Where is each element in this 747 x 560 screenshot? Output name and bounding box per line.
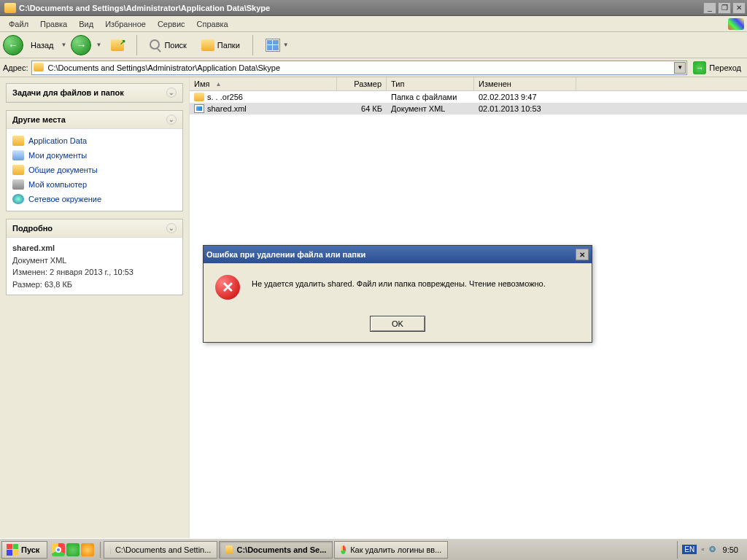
system-tray: EN « ❂ 9:50 [677, 541, 746, 559]
arrow-right-icon: → [76, 39, 86, 51]
separator [252, 35, 253, 55]
place-label: Мои документы [28, 151, 87, 160]
menu-tools[interactable]: Сервис [152, 18, 191, 30]
go-icon: → [693, 61, 706, 74]
separator [136, 35, 137, 55]
menu-edit[interactable]: Правка [34, 18, 73, 30]
col-modified[interactable]: Изменен [474, 77, 576, 90]
ok-button[interactable]: OK [370, 316, 425, 332]
error-icon: ✕ [215, 275, 240, 300]
chrome-icon [341, 545, 346, 554]
details-title: Подробно [12, 224, 53, 233]
places-panel: Другие места ⌄ Application DataМои докум… [6, 110, 183, 211]
details-type: Документ XML [12, 254, 177, 267]
dropdown-icon[interactable]: ▼ [96, 42, 101, 48]
language-indicator[interactable]: EN [682, 545, 697, 554]
col-size[interactable]: Размер [337, 77, 387, 90]
sidebar-place-item[interactable]: Мой компьютер [12, 177, 177, 192]
start-label: Пуск [21, 545, 39, 554]
sidebar-place-item[interactable]: Application Data [12, 133, 177, 148]
task-label: C:\Documents and Se... [237, 545, 327, 554]
folders-button[interactable]: Папки [196, 37, 245, 53]
details-modified: Изменен: 2 января 2013 г., 10:53 [12, 266, 177, 279]
address-input[interactable] [31, 61, 688, 75]
address-bar: Адрес: ▼ → Переход [0, 58, 747, 77]
dialog-titlebar[interactable]: Ошибка при удалении файла или папки ✕ [204, 246, 592, 263]
details-panel-header[interactable]: Подробно ⌄ [7, 219, 182, 238]
folder-icon [12, 136, 24, 146]
computer-icon [12, 179, 24, 190]
column-headers: Имя▲ Размер Тип Изменен [190, 77, 747, 91]
file-modified: 02.02.2013 9:47 [474, 92, 576, 102]
dialog-message: Не удается удалить shared. Файл или папк… [252, 275, 580, 288]
file-name: s. . .or256 [207, 93, 243, 101]
menu-help[interactable]: Справка [191, 18, 234, 30]
arrow-left-icon: ← [8, 39, 18, 51]
places-panel-header[interactable]: Другие места ⌄ [7, 111, 182, 129]
folders-icon [201, 39, 214, 51]
menu-favorites[interactable]: Избранное [99, 18, 152, 30]
dialog-close-button[interactable]: ✕ [576, 249, 589, 260]
taskbar-task[interactable]: C:\Documents and Se... [219, 541, 333, 559]
back-button[interactable]: ← [3, 35, 23, 55]
up-button[interactable] [106, 37, 129, 53]
dropdown-icon[interactable]: ▼ [61, 42, 67, 48]
docs-icon [12, 150, 24, 160]
tasks-panel-header[interactable]: Задачи для файлов и папок ⌄ [7, 84, 182, 102]
network-icon [12, 194, 24, 204]
search-icon [150, 39, 161, 51]
file-row[interactable]: shared.xml64 КБДокумент XML02.01.2013 10… [190, 103, 747, 114]
chevron-icon: ⌄ [166, 114, 177, 125]
sidebar-place-item[interactable]: Общие документы [12, 163, 177, 177]
file-size [337, 92, 387, 102]
folders-label: Папки [217, 41, 240, 50]
folder-icon [225, 545, 232, 554]
xml-icon [194, 104, 204, 113]
task-label: C:\Documents and Settin... [115, 545, 211, 554]
chevron-icon: ⌄ [166, 88, 177, 98]
place-label: Сетевое окружение [28, 195, 101, 203]
go-label: Переход [709, 63, 741, 72]
file-type: Папка с файлами [387, 92, 474, 102]
app-icon[interactable] [81, 543, 94, 556]
file-row[interactable]: s. . .or256Папка с файлами02.02.2013 9:4… [190, 91, 747, 103]
col-name[interactable]: Имя▲ [190, 77, 337, 90]
taskbar-task[interactable]: C:\Documents and Settin... [104, 541, 217, 559]
start-button[interactable]: Пуск [1, 541, 47, 559]
utorrent-icon[interactable] [66, 543, 80, 556]
tray-expand-icon[interactable]: « [701, 546, 704, 553]
sort-asc-icon: ▲ [215, 81, 221, 88]
details-size: Размер: 63,8 КБ [12, 279, 177, 291]
col-type[interactable]: Тип [387, 77, 474, 90]
maximize-button[interactable]: ❐ [718, 2, 731, 14]
folder-icon [194, 93, 204, 101]
go-button[interactable]: → Переход [690, 61, 744, 74]
place-label: Application Data [28, 136, 87, 145]
tasks-panel: Задачи для файлов и папок ⌄ [6, 83, 183, 103]
search-button[interactable]: Поиск [144, 37, 191, 53]
sidebar-place-item[interactable]: Сетевое окружение [12, 192, 177, 206]
sidebar-place-item[interactable]: Мои документы [12, 148, 177, 163]
tasks-title: Задачи для файлов и папок [12, 88, 124, 97]
menu-view[interactable]: Вид [73, 18, 99, 30]
minimize-button[interactable]: _ [703, 2, 716, 14]
menu-bar: Файл Правка Вид Избранное Сервис Справка [0, 16, 747, 32]
address-dropdown[interactable]: ▼ [674, 62, 686, 74]
taskbar: Пуск C:\Documents and Settin...C:\Docume… [0, 538, 747, 560]
file-type: Документ XML [387, 104, 474, 114]
clock[interactable]: 9:50 [720, 545, 741, 554]
forward-button[interactable]: → [71, 35, 91, 55]
dropdown-icon: ▼ [283, 42, 289, 48]
close-button[interactable]: ✕ [732, 2, 746, 14]
menu-file[interactable]: Файл [3, 18, 34, 30]
chrome-icon[interactable] [52, 543, 65, 556]
file-modified: 02.01.2013 10:53 [474, 104, 576, 114]
windows-logo-icon [7, 544, 18, 556]
window-title: C:\Documents and Settings\Administrator\… [19, 4, 703, 12]
folder-icon [4, 3, 16, 13]
tray-icon[interactable]: ❂ [709, 545, 716, 554]
chevron-icon: ⌄ [166, 223, 177, 233]
views-button[interactable]: ▼ [260, 36, 294, 54]
separator [100, 542, 101, 558]
taskbar-task[interactable]: Как удалить логины вв... [334, 541, 448, 559]
